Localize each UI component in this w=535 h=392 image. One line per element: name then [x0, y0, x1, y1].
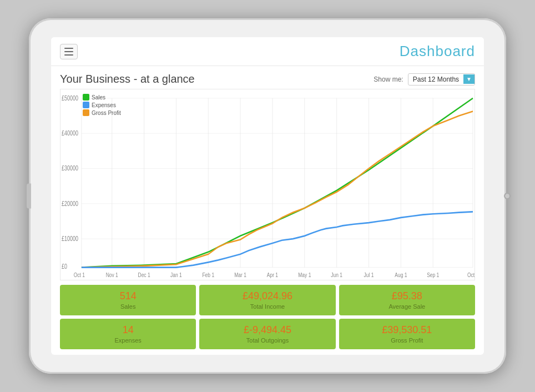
main-content: Your Business - at a glance Show me: Pas…	[51, 66, 484, 355]
svg-text:£0: £0	[62, 263, 67, 270]
app-header: Dashboard	[51, 37, 484, 66]
time-period-dropdown[interactable]: Past 12 Months ▼	[408, 73, 475, 86]
legend-item-sales: Sales	[83, 94, 121, 100]
menu-bar-2	[64, 51, 73, 52]
svg-text:£10000: £10000	[62, 235, 78, 243]
svg-text:Oct 1: Oct 1	[74, 272, 85, 278]
chart-svg: £50000 £40000 £30000 £20000 £10000 £0	[60, 89, 475, 280]
menu-bar-1	[64, 48, 73, 49]
stat-card-expenses: 14 Expenses	[60, 319, 196, 349]
menu-bar-3	[64, 54, 73, 56]
stat-card-profit: £39,530.51 Gross Profit	[339, 319, 475, 349]
legend-item-profit: Gross Profit	[83, 109, 121, 116]
legend-color-sales	[83, 94, 89, 100]
svg-text:Apr 1: Apr 1	[267, 272, 279, 278]
menu-button[interactable]	[60, 44, 78, 59]
svg-text:Aug 1: Aug 1	[395, 272, 407, 278]
tablet-device: Dashboard Your Business - at a glance Sh…	[29, 18, 506, 374]
content-header: Your Business - at a glance Show me: Pas…	[60, 73, 475, 86]
legend-color-expenses	[83, 102, 89, 108]
legend-color-profit	[83, 109, 89, 116]
tablet-right-button	[504, 193, 511, 199]
screen: Dashboard Your Business - at a glance Sh…	[51, 37, 484, 355]
svg-text:£50000: £50000	[62, 94, 78, 102]
stat-label-income: Total Income	[250, 303, 285, 310]
stat-card-avg-sale: £95.38 Average Sale	[339, 285, 475, 315]
svg-text:Mar 1: Mar 1	[234, 272, 246, 278]
stat-label-sales: Sales	[120, 303, 136, 310]
show-me-control: Show me: Past 12 Months ▼	[374, 73, 475, 86]
svg-text:£20000: £20000	[62, 199, 78, 207]
stat-label-outgoings: Total Outgoings	[246, 337, 289, 344]
legend-label-profit: Gross Profit	[92, 110, 121, 116]
legend-item-expenses: Expenses	[83, 102, 121, 108]
stat-card-income: £49,024.96 Total Income	[199, 285, 335, 315]
dropdown-value: Past 12 Months	[408, 74, 463, 85]
stats-grid: 514 Sales £49,024.96 Total Income £95.38…	[60, 285, 475, 349]
page-title: Your Business - at a glance	[60, 73, 195, 86]
svg-text:Jan 1: Jan 1	[170, 272, 182, 278]
stat-card-outgoings: £-9,494.45 Total Outgoings	[199, 319, 335, 349]
svg-text:Jun 1: Jun 1	[331, 272, 342, 278]
stat-value-avg-sale: £95.38	[392, 290, 422, 302]
app-title: Dashboard	[400, 43, 475, 60]
stat-value-outgoings: £-9,494.45	[244, 324, 291, 336]
chart-legend: Sales Expenses Gross Profit	[83, 94, 121, 116]
svg-text:Dec 1: Dec 1	[138, 272, 151, 278]
svg-text:Nov 1: Nov 1	[106, 272, 119, 278]
gross-profit-line	[82, 112, 473, 268]
stat-value-expenses: 14	[123, 324, 134, 336]
stat-label-profit: Gross Profit	[391, 337, 423, 344]
svg-text:£30000: £30000	[62, 164, 78, 172]
stat-card-sales: 514 Sales	[60, 285, 196, 315]
svg-text:Jul 1: Jul 1	[364, 272, 374, 278]
stat-label-expenses: Expenses	[115, 337, 142, 344]
svg-text:£40000: £40000	[62, 129, 78, 137]
chart-area: Sales Expenses Gross Profit £50000 £4000…	[60, 89, 475, 280]
show-me-label: Show me:	[374, 76, 403, 83]
svg-text:Oct 1: Oct 1	[467, 272, 475, 278]
stat-value-sales: 514	[120, 290, 137, 302]
legend-label-sales: Sales	[92, 94, 105, 100]
svg-text:Feb 1: Feb 1	[202, 272, 214, 278]
dropdown-arrow-icon: ▼	[463, 74, 475, 84]
svg-text:May 1: May 1	[298, 272, 311, 278]
tablet-left-button	[27, 184, 31, 209]
stat-value-income: £49,024.96	[243, 290, 292, 302]
svg-text:Sep 1: Sep 1	[427, 272, 440, 278]
legend-label-expenses: Expenses	[92, 102, 116, 108]
stat-value-profit: £39,530.51	[382, 324, 432, 336]
stat-label-avg-sale: Average Sale	[388, 303, 425, 310]
